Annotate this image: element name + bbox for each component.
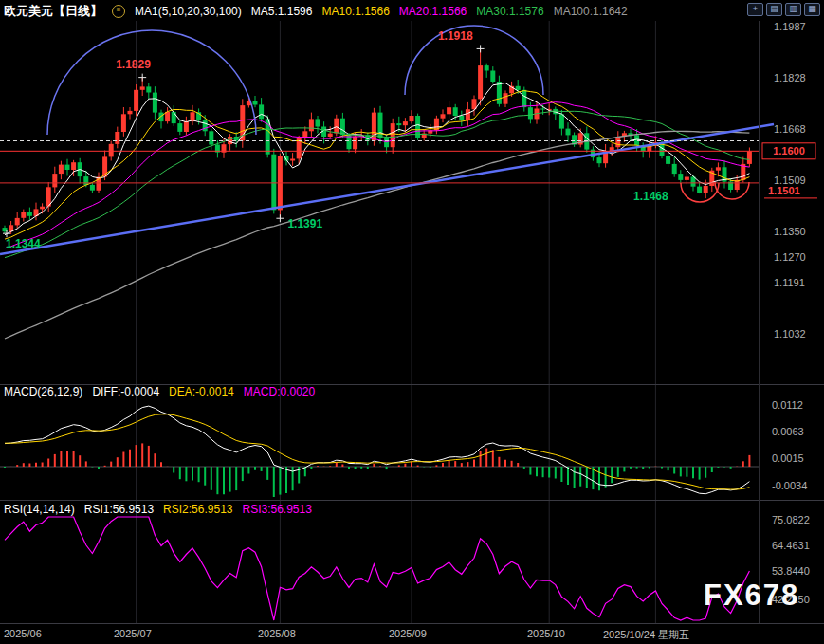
instrument-menu-icon[interactable]: ≡ — [112, 5, 125, 18]
macd-axis-label: 0.0112 — [772, 399, 803, 411]
support-price-label: 1.1501 — [768, 185, 800, 196]
layout-grid-icon[interactable]: ▦ — [804, 3, 820, 16]
layout-rows-icon[interactable]: ▤ — [766, 3, 782, 16]
rsi3-value: RSI3:56.9513 — [243, 503, 312, 516]
time-axis-label: 2025/09 — [389, 628, 427, 639]
macd-dea-value: DEA:-0.0014 — [169, 385, 234, 398]
rsi-axis-label: 53.8440 — [772, 565, 810, 577]
window-toolbar: + ▤ ▥ ▦ — [747, 3, 820, 16]
macd-hist-value: MACD:0.0020 — [244, 385, 315, 398]
rsi1-value: RSI1:56.9513 — [84, 503, 154, 516]
macd-diff-value: DIFF:-0.0004 — [92, 385, 159, 398]
layout-columns-icon[interactable]: ▥ — [785, 3, 801, 16]
price-annotation: 1.1918 — [438, 29, 473, 43]
price-axis-label: 1.1668 — [774, 123, 806, 135]
add-panel-icon[interactable]: + — [747, 3, 763, 16]
price-axis-label: 1.1987 — [774, 21, 806, 32]
chart-canvas[interactable]: 1.18291.19181.13441.13911.14681.19871.18… — [0, 0, 824, 644]
macd-axis-label: 0.0063 — [772, 426, 804, 437]
ma100-value: MA100:1.1642 — [554, 5, 628, 18]
price-annotation: 1.1468 — [633, 190, 668, 203]
ma20-value: MA20:1.1566 — [399, 5, 467, 18]
price-annotation: 1.1829 — [116, 58, 151, 71]
ma30-value: MA30:1.1576 — [476, 5, 543, 18]
time-axis-label: 2025/06 — [4, 628, 42, 639]
rsi-axis-label: 75.0822 — [772, 514, 810, 525]
fx678-watermark: FX678 — [704, 579, 799, 613]
time-axis-label: 2025/08 — [258, 628, 296, 639]
price-axis-label: 1.1350 — [774, 226, 806, 237]
macd-axis-label: -0.0034 — [772, 480, 807, 491]
time-axis-label-current: 2025/10/24 星期五 — [603, 628, 689, 642]
rsi2-value: RSI2:56.9513 — [163, 503, 232, 516]
time-axis-label: 2025/10 — [527, 628, 565, 639]
price-axis-label: 1.1270 — [774, 251, 806, 263]
macd-axis-label: 0.0015 — [772, 452, 804, 464]
chart-titlebar: 欧元美元【日线】 ≡ MA1(5,10,20,30,100) MA5:1.159… — [4, 3, 628, 20]
rsi-axis-label: 64.4631 — [772, 540, 810, 551]
time-axis-label: 2025/07 — [114, 628, 152, 639]
ma-group-label: MA1(5,10,20,30,100) — [135, 5, 242, 18]
price-axis-label: 1.1032 — [774, 328, 806, 340]
price-annotation: 1.1391 — [287, 217, 322, 230]
price-axis-label: 1.1828 — [774, 72, 806, 83]
instrument-title: 欧元美元【日线】 — [4, 3, 102, 20]
price-annotation: 1.1344 — [6, 237, 41, 250]
price-axis-label: 1.1191 — [774, 277, 805, 288]
ma5-value: MA5:1.1596 — [251, 5, 313, 18]
last-price-label: 1.1600 — [773, 145, 805, 156]
chart-app: 1.18291.19181.13441.13911.14681.19871.18… — [0, 0, 824, 644]
macd-title: MACD(26,12,9) — [4, 385, 82, 398]
rsi-header: RSI(14,14,14) RSI1:56.9513 RSI2:56.9513 … — [4, 503, 312, 516]
rsi-title: RSI(14,14,14) — [4, 503, 75, 516]
ma10-value: MA10:1.1566 — [321, 5, 389, 18]
macd-header: MACD(26,12,9) DIFF:-0.0004 DEA:-0.0014 M… — [4, 385, 315, 398]
